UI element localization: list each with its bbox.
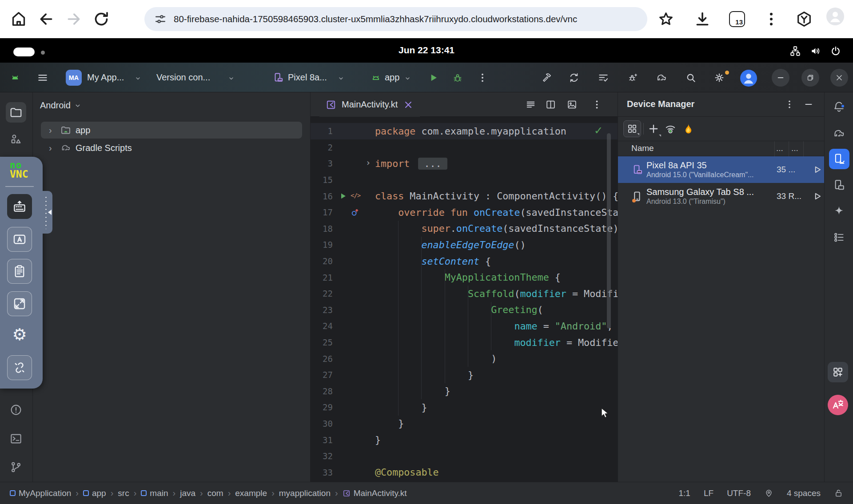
firebase-device-button[interactable] [682, 123, 694, 135]
code-line-31[interactable]: 31} [311, 432, 618, 448]
novnc-clipboard-button[interactable] [7, 259, 32, 284]
editor-scrollbar[interactable] [607, 133, 611, 329]
extension-icon[interactable] [795, 10, 813, 28]
reload-button[interactable] [92, 10, 110, 28]
breadcrumb-item-myapplication[interactable]: MyApplication [10, 488, 71, 498]
tree-item-gradle-scripts[interactable]: ›Gradle Scripts [41, 139, 302, 156]
device-selector-chip[interactable]: Pixel 8a... [288, 72, 327, 83]
gradle-tool-button[interactable] [833, 127, 845, 140]
problems-button[interactable] [9, 403, 23, 417]
translate-button[interactable] [828, 395, 848, 415]
breadcrumb-item-app[interactable]: app [83, 488, 106, 498]
code-line-18[interactable]: 18 super.onCreate(savedInstanceState) [311, 221, 618, 237]
device-manager-minimize-icon[interactable] [803, 99, 814, 110]
code-line-30[interactable]: 30 } [311, 416, 618, 432]
window-restore-button[interactable] [801, 69, 819, 87]
tab-close-icon[interactable] [403, 99, 414, 110]
version-control-button[interactable] [9, 460, 23, 474]
column-api[interactable]: ... [776, 143, 783, 153]
code-line-19[interactable]: 19 enableEdgeToEdge() [311, 237, 618, 253]
bookmark-star-icon[interactable] [657, 10, 675, 28]
override-gutter-icon[interactable] [350, 207, 360, 218]
device-view-grid-button[interactable] [623, 120, 641, 137]
code-line-23[interactable]: 23 Greeting( [311, 302, 618, 318]
running-devices-button[interactable] [833, 179, 845, 191]
structure-button[interactable] [833, 231, 845, 244]
site-settings-icon[interactable] [154, 13, 167, 25]
resource-manager-button[interactable] [9, 132, 23, 146]
breadcrumb-item-mainactivity-kt[interactable]: MainActivity.kt [343, 488, 407, 498]
code-line-16[interactable]: 16</>class MainActivity : ComponentActiv… [311, 188, 618, 204]
project-tool-button[interactable] [6, 102, 26, 123]
code-area[interactable]: 1package com.example.myapplication✓23›im… [311, 117, 618, 482]
novnc-extra-keys-button[interactable] [7, 194, 32, 219]
code-line-24[interactable]: 24 name = "Android", [311, 318, 618, 334]
forward-button[interactable] [65, 10, 83, 28]
code-line-22[interactable]: 22 Scaffold(modifier = Modifier.fillMaxS… [311, 286, 618, 302]
project-view-selector[interactable]: Android [40, 100, 81, 111]
download-icon[interactable] [694, 10, 711, 28]
device-row-1[interactable]: Pixel 8a API 35Android 15.0 ("VanillaIce… [618, 156, 825, 183]
volume-icon[interactable] [810, 45, 821, 57]
home-button[interactable] [10, 10, 28, 28]
pair-wifi-button[interactable] [664, 123, 677, 135]
window-minimize-button[interactable] [772, 69, 789, 87]
screenshot-grid-button[interactable] [828, 362, 848, 382]
novnc-drag-handle[interactable] [43, 191, 52, 234]
device-manager-options-kebab[interactable] [784, 99, 795, 110]
breadcrumb-item-myapplication[interactable]: myapplication [279, 488, 331, 498]
search-everywhere-button[interactable] [685, 72, 697, 83]
code-line-29[interactable]: 29 } [311, 399, 618, 416]
window-close-button[interactable] [830, 69, 848, 87]
breadcrumb-item-com[interactable]: com [207, 488, 223, 498]
run-gutter-icon[interactable] [338, 191, 347, 201]
launch-device-button[interactable] [811, 164, 823, 175]
terminal-button[interactable] [9, 432, 23, 445]
settings-gear-button[interactable] [713, 72, 725, 83]
gradle-sync-button[interactable] [656, 72, 667, 83]
code-line-21[interactable]: 21 MyApplicationTheme { [311, 269, 618, 286]
add-device-button[interactable] [647, 123, 660, 135]
code-line-15[interactable]: 15 [311, 172, 618, 188]
code-line-32[interactable]: 32 [311, 448, 618, 464]
build-hammer-button[interactable] [541, 72, 553, 83]
expand-chevron-icon[interactable]: › [49, 125, 56, 135]
more-actions-kebab[interactable] [477, 72, 488, 83]
encoding[interactable]: UTF-8 [727, 488, 751, 498]
power-icon[interactable] [830, 45, 841, 57]
editor-preview-icon[interactable] [566, 99, 578, 110]
run-config-chip[interactable]: app [385, 72, 399, 83]
network-icon[interactable] [789, 45, 801, 57]
code-line-1[interactable]: 1package com.example.myapplication✓ [311, 123, 618, 139]
code-line-3[interactable]: 3›import ... [311, 155, 618, 172]
vcs-branch-chip[interactable]: Version con... [156, 72, 210, 83]
novnc-settings-button[interactable]: ⚙ [7, 323, 32, 348]
line-ending[interactable]: LF [704, 488, 713, 498]
breadcrumb-item-example[interactable]: example [235, 488, 267, 498]
code-line-20[interactable]: 20 setContent { [311, 253, 618, 270]
code-line-33[interactable]: 33@Composable [311, 464, 618, 480]
breadcrumb-item-main[interactable]: main [141, 488, 168, 498]
code-line-28[interactable]: 28 } [311, 383, 618, 400]
device-manager-tool-button[interactable] [829, 149, 849, 169]
code-line-27[interactable]: 27 } [311, 367, 618, 383]
launch-device-button[interactable] [811, 190, 823, 202]
task-list-button[interactable] [598, 72, 609, 83]
column-type[interactable]: ... [791, 143, 798, 153]
caret-position[interactable]: 1:1 [679, 488, 690, 498]
run-button[interactable] [427, 72, 439, 83]
project-badge[interactable]: MA [66, 70, 82, 86]
code-line-17[interactable]: 17 override fun onCreate(savedInstanceSt… [311, 204, 618, 221]
column-name[interactable]: Name [631, 143, 654, 153]
device-row-2[interactable]: Samsung Galaxy Tab S8 ...Android 13.0 ("… [618, 183, 825, 210]
unlock-icon[interactable] [834, 488, 843, 498]
back-button[interactable] [37, 10, 55, 28]
tab-counter[interactable]: 13 [729, 11, 745, 27]
expand-chevron-icon[interactable]: › [49, 143, 56, 153]
code-vision-icon[interactable]: </> [351, 192, 360, 199]
tab-mainactivity[interactable]: MainActivity.kt [319, 92, 420, 117]
code-line-25[interactable]: 25 modifier = Modifier.padding(innerPadd… [311, 334, 618, 351]
browser-profile-avatar[interactable] [826, 8, 844, 25]
editor-options-kebab[interactable] [591, 99, 602, 110]
indent-setting[interactable]: 4 spaces [787, 488, 821, 498]
